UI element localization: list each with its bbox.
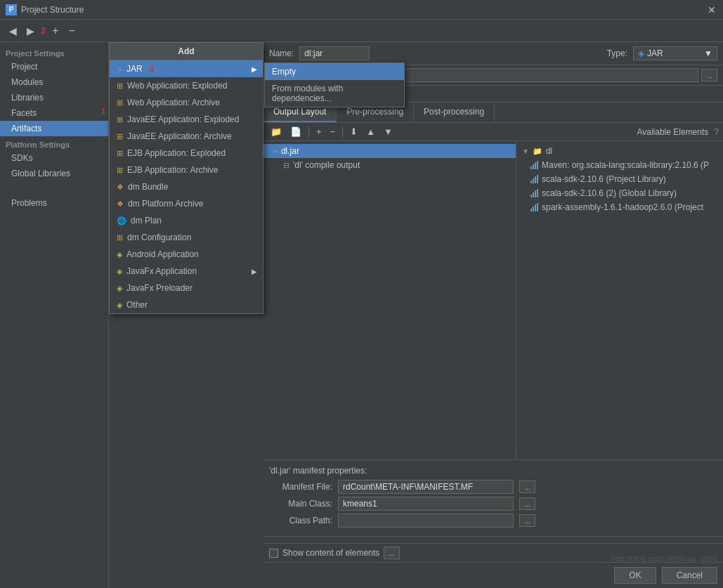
type-select[interactable]: ◈ JAR ▼ — [633, 46, 717, 60]
jar-label: JAR — [126, 64, 143, 74]
manifest-file-browse-button[interactable]: ... — [519, 481, 535, 493]
library-bar-icon4 — [530, 203, 538, 211]
panel-add-button[interactable]: + — [313, 125, 325, 138]
panel-toolbar: 📁 📄 + − ⬇ ▲ ▼ Available Elements ? — [263, 123, 723, 141]
item-label: EJB Application: Archive — [127, 165, 218, 175]
separator2 — [342, 126, 343, 138]
right-tree-item-label: spark-assembly-1.6.1-hadoop2.6.0 (Projec… — [542, 202, 703, 212]
right-tree-item-1[interactable]: scala-sdk-2.10.6 (Project Library) — [516, 172, 723, 186]
panel-file-button[interactable]: 📄 — [287, 125, 304, 138]
sidebar-item-modules[interactable]: Modules — [0, 74, 108, 90]
main-class-browse-button[interactable]: ... — [519, 497, 535, 510]
window-title: Project Structure — [21, 5, 706, 15]
cancel-button[interactable]: Cancel — [662, 567, 717, 584]
add-menu-item-dm-platform[interactable]: ❖ dm Platform Archive — [110, 195, 263, 212]
add-menu-item-javafx[interactable]: ◈ JavaFx Application ▶ — [110, 263, 263, 280]
name-label: Name: — [269, 48, 294, 58]
sidebar-item-label: Artifacts — [11, 124, 41, 133]
class-path-row: Class Path: ... — [269, 514, 717, 528]
class-path-input[interactable] — [338, 514, 514, 528]
add-menu[interactable]: Add ◈ JAR 3 ▶ ⊞ Web Application: Explode… — [109, 42, 263, 314]
jar-icon: ▪ — [275, 147, 278, 155]
add-menu-item-dm-config[interactable]: ⊞ dm Configuration — [110, 229, 263, 246]
add-menu-item-webapp-archive[interactable]: ⊞ Web Application: Archive — [110, 94, 263, 111]
panel-remove-button[interactable]: − — [327, 125, 339, 138]
jar-submenu-empty[interactable]: Empty — [265, 63, 404, 80]
item-label: Other — [126, 300, 148, 310]
watermark: http://blog.csdn.net/huan_chen — [612, 554, 717, 563]
forward-button[interactable]: ▶ — [23, 23, 38, 39]
right-tree-item-0[interactable]: Maven: org.scala-lang:scala-library:2.10… — [516, 158, 723, 172]
add-menu-item-jar[interactable]: ◈ JAR 3 ▶ — [110, 60, 263, 77]
add-menu-item-dm-bundle[interactable]: ❖ dm Bundle — [110, 178, 263, 195]
bottom-buttons: http://blog.csdn.net/huan_chen OK Cancel — [263, 562, 723, 588]
sidebar-item-libraries[interactable]: Libraries — [0, 90, 108, 105]
item-label: JavaFx Preloader — [126, 283, 193, 293]
show-content-checkbox[interactable] — [269, 549, 278, 558]
add-menu-item-javafx-preloader[interactable]: ◈ JavaFx Preloader — [110, 280, 263, 296]
show-content-options-button[interactable]: ... — [384, 547, 400, 559]
sidebar-item-artifacts[interactable]: Artifacts — [0, 121, 108, 136]
add-menu-item-other[interactable]: ◈ Other — [110, 296, 263, 313]
item-label: dm Plan — [131, 216, 162, 226]
manifest-file-row: Manifest File: ... — [269, 480, 717, 494]
add-menu-item-ejb-archive[interactable]: ⊞ EJB Application: Archive — [110, 162, 263, 178]
tree-item-dl-jar[interactable]: ▪ dl.jar — [263, 144, 516, 158]
type-icon: ◈ — [638, 48, 644, 58]
manifest-file-input[interactable] — [338, 480, 514, 494]
panel-content: ▪ dl.jar ⊟ 'dl' compile output ▼ 📁 dl — [263, 141, 723, 459]
sidebar-item-facets[interactable]: Facets 1 — [0, 105, 108, 121]
ok-button[interactable]: OK — [614, 567, 656, 584]
jar-submenu-modules[interactable]: From modules with dependencies... — [265, 80, 404, 107]
back-button[interactable]: ◀ — [6, 23, 20, 39]
sidebar-item-project[interactable]: Project — [0, 59, 108, 74]
help-icon[interactable]: ? — [714, 127, 719, 137]
right-tree-item-3[interactable]: spark-assembly-1.6.1-hadoop2.6.0 (Projec… — [516, 200, 723, 214]
item-label: JavaEE Application: Archive — [127, 131, 232, 141]
main-class-row: Main Class: ... — [269, 497, 717, 511]
horizontal-scrollbar[interactable] — [263, 536, 723, 543]
tree-item-label: 'dl' compile output — [293, 160, 360, 170]
separator — [308, 126, 309, 138]
sidebar: Project Settings Project Modules Librari… — [0, 42, 109, 588]
add-menu-item-dm-plan[interactable]: 🌐 dm Plan — [110, 212, 263, 229]
main-class-input[interactable] — [338, 497, 514, 511]
left-tree[interactable]: ▪ dl.jar ⊟ 'dl' compile output — [263, 141, 516, 459]
tree-item-label: dl.jar — [281, 146, 299, 156]
sidebar-item-label: Project — [11, 62, 37, 72]
add-menu-item-android[interactable]: ◈ Android Application — [110, 246, 263, 263]
remove-button[interactable]: − — [65, 22, 79, 39]
add-menu-item-javaee-archive[interactable]: ⊞ JavaEE Application: Archive — [110, 128, 263, 145]
panel-folder-button[interactable]: 📁 — [268, 125, 285, 138]
add-menu-item-ejb-exploded[interactable]: ⊞ EJB Application: Exploded — [110, 145, 263, 162]
library-bar-icon — [530, 161, 538, 169]
panel-down-button[interactable]: ⬇ — [347, 125, 360, 138]
sidebar-item-problems[interactable]: Problems — [0, 195, 108, 211]
right-tree-item-label: Maven: org.scala-lang:scala-library:2.10… — [542, 160, 709, 170]
add-button[interactable]: + — [48, 22, 62, 39]
name-input[interactable] — [299, 46, 370, 60]
add-menu-item-javaee-exploded[interactable]: ⊞ JavaEE Application: Exploded — [110, 111, 263, 128]
right-tree: ▼ 📁 dl Maven: org.scala-lang:scala-libra… — [516, 141, 723, 459]
panel-down2-button[interactable]: ▼ — [381, 125, 396, 138]
output-path-browse-button[interactable]: ... — [701, 69, 717, 81]
panel-up-button[interactable]: ▲ — [363, 125, 378, 138]
sidebar-item-sdks[interactable]: SDKs — [0, 150, 108, 166]
right-tree-header: ▼ 📁 dl — [516, 144, 723, 158]
folder-icon: 📁 — [533, 147, 542, 156]
add-menu-item-webapp-exploded[interactable]: ⊞ Web Application: Exploded — [110, 77, 263, 94]
main-class-label: Main Class: — [269, 499, 332, 509]
class-path-browse-button[interactable]: ... — [519, 514, 535, 527]
jar-submenu[interactable]: Empty From modules with dependencies... — [264, 63, 405, 107]
sidebar-item-global-libraries[interactable]: Global Libraries — [0, 166, 108, 181]
close-button[interactable]: ✕ — [706, 4, 717, 15]
item-label: dm Bundle — [128, 182, 168, 192]
manifest-file-label: Manifest File: — [269, 482, 332, 492]
item-label: Web Application: Exploded — [127, 81, 228, 91]
platform-settings-label: Platform Settings — [0, 136, 108, 150]
right-tree-item-2[interactable]: scala-sdk-2.10.6 (2) (Global Library) — [516, 186, 723, 200]
tree-item-compile-output[interactable]: ⊟ 'dl' compile output — [263, 158, 516, 172]
main-toolbar: ◀ ▶ 2 + − — [0, 20, 723, 42]
tab-postprocessing[interactable]: Post-processing — [414, 103, 495, 122]
item-label: dm Platform Archive — [128, 199, 203, 209]
